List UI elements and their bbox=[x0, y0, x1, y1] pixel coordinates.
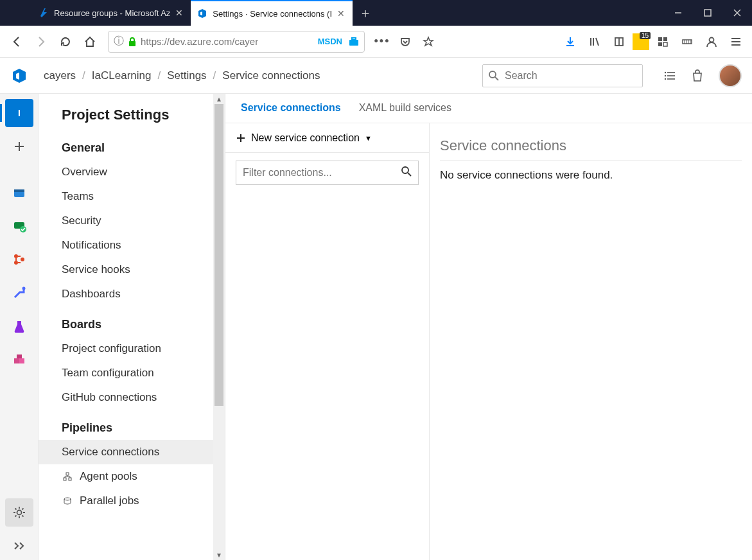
svg-point-39 bbox=[14, 261, 18, 265]
breadcrumb-separator: / bbox=[157, 69, 161, 82]
ruler-button[interactable] bbox=[676, 31, 698, 53]
scroll-down-icon[interactable]: ▾ bbox=[214, 550, 223, 560]
rail-project[interactable]: I bbox=[5, 99, 33, 127]
scroll-up-icon[interactable]: ▴ bbox=[214, 94, 223, 104]
list-icon[interactable] bbox=[663, 69, 676, 82]
svg-point-29 bbox=[665, 78, 666, 79]
rail-artifacts[interactable] bbox=[5, 346, 33, 374]
svg-rect-44 bbox=[17, 354, 22, 358]
section-general: General bbox=[62, 141, 207, 155]
url-input[interactable] bbox=[141, 36, 314, 47]
rail-testplans[interactable] bbox=[5, 312, 33, 340]
link-overview[interactable]: Overview bbox=[62, 160, 207, 184]
browser-tab-0[interactable]: Resource groups - Microsoft Az ✕ bbox=[32, 0, 191, 26]
breadcrumb-org[interactable]: cayers bbox=[44, 69, 76, 82]
bookmark-star-button[interactable] bbox=[417, 31, 439, 53]
breadcrumb-project[interactable]: IaCLearning bbox=[92, 69, 152, 82]
reload-button[interactable] bbox=[54, 30, 77, 53]
rail-repos[interactable] bbox=[5, 245, 33, 274]
scrollbar-thumb[interactable] bbox=[214, 104, 223, 406]
link-github[interactable]: GitHub connections bbox=[62, 385, 207, 410]
link-parallel-jobs[interactable]: Parallel jobs bbox=[62, 489, 207, 513]
section-pipelines: Pipelines bbox=[62, 421, 207, 435]
close-icon[interactable]: ✕ bbox=[174, 8, 184, 18]
new-service-connection-button[interactable]: New service connection ▼ bbox=[225, 123, 429, 153]
svg-rect-6 bbox=[352, 38, 356, 40]
svg-text:I: I bbox=[18, 108, 21, 118]
rail-pipelines[interactable] bbox=[5, 279, 33, 307]
detail-title: Service connections bbox=[440, 137, 742, 161]
reader-button[interactable] bbox=[608, 31, 630, 53]
svg-point-38 bbox=[14, 254, 18, 258]
link-service-hooks[interactable]: Service hooks bbox=[62, 258, 207, 282]
svg-point-40 bbox=[21, 258, 24, 261]
addons-button[interactable] bbox=[652, 31, 674, 53]
window-maximize-button[interactable] bbox=[693, 0, 722, 26]
svg-line-53 bbox=[408, 173, 411, 176]
breadcrumb-separator: / bbox=[213, 69, 216, 82]
notes-button[interactable]: 15 bbox=[633, 33, 649, 50]
svg-rect-47 bbox=[64, 478, 66, 480]
account-button[interactable] bbox=[701, 31, 722, 53]
close-icon[interactable]: ✕ bbox=[336, 8, 346, 19]
link-service-connections[interactable]: Service connections bbox=[39, 440, 225, 464]
breadcrumb-settings[interactable]: Settings bbox=[167, 69, 206, 82]
svg-point-52 bbox=[402, 167, 408, 173]
svg-rect-4 bbox=[129, 41, 136, 46]
svg-point-27 bbox=[665, 71, 666, 73]
nav-rail: I bbox=[0, 94, 39, 560]
svg-point-49 bbox=[64, 498, 71, 500]
badge-count: 15 bbox=[640, 32, 651, 39]
sidebar-scrollbar[interactable]: ▴ ▾ bbox=[213, 94, 225, 560]
link-team-config[interactable]: Team configuration bbox=[62, 361, 207, 385]
rail-test[interactable] bbox=[5, 212, 33, 240]
rail-boards[interactable] bbox=[5, 179, 33, 207]
settings-title: Project Settings bbox=[62, 107, 207, 123]
svg-rect-35 bbox=[14, 189, 24, 192]
shopping-bag-icon[interactable] bbox=[692, 69, 703, 82]
home-button[interactable] bbox=[78, 30, 101, 53]
link-agent-pools[interactable]: Agent pools bbox=[62, 464, 207, 489]
search-input[interactable] bbox=[505, 70, 637, 82]
svg-point-22 bbox=[489, 71, 496, 78]
app-search[interactable] bbox=[482, 64, 643, 87]
briefcase-icon[interactable] bbox=[349, 37, 359, 46]
svg-point-45 bbox=[17, 511, 21, 515]
devops-favicon bbox=[197, 8, 207, 19]
svg-rect-12 bbox=[663, 42, 667, 46]
browser-titlebar: Resource groups - Microsoft Az ✕ Setting… bbox=[0, 0, 752, 26]
tab-service-connections[interactable]: Service connections bbox=[241, 102, 341, 115]
link-security[interactable]: Security bbox=[62, 209, 207, 233]
rail-expand[interactable] bbox=[5, 532, 33, 560]
info-icon[interactable]: ⓘ bbox=[114, 35, 124, 48]
forward-button[interactable] bbox=[30, 30, 53, 53]
library-button[interactable] bbox=[584, 31, 606, 53]
detail-pane: Service connections No service connectio… bbox=[430, 123, 752, 560]
back-button[interactable] bbox=[5, 30, 28, 53]
more-button[interactable]: ••• bbox=[371, 31, 393, 53]
hamburger-menu-button[interactable] bbox=[725, 31, 747, 53]
app-header: cayers / IaCLearning / Settings / Servic… bbox=[0, 58, 752, 94]
link-project-config[interactable]: Project configuration bbox=[62, 337, 207, 361]
window-minimize-button[interactable] bbox=[663, 0, 693, 26]
browser-tab-1[interactable]: Settings · Service connections (I ✕ bbox=[191, 0, 353, 26]
rail-add[interactable] bbox=[5, 132, 33, 161]
search-icon[interactable] bbox=[401, 166, 412, 177]
pocket-button[interactable] bbox=[394, 31, 416, 53]
filter-input[interactable] bbox=[236, 161, 419, 185]
svg-rect-43 bbox=[19, 358, 24, 363]
msdn-label[interactable]: MSDN bbox=[318, 37, 342, 46]
new-tab-button[interactable]: ＋ bbox=[353, 0, 378, 26]
link-notifications[interactable]: Notifications bbox=[62, 233, 207, 258]
devops-logo[interactable] bbox=[10, 67, 28, 85]
rail-settings[interactable] bbox=[5, 498, 33, 527]
url-bar[interactable]: ⓘ MSDN bbox=[108, 31, 365, 53]
downloads-button[interactable] bbox=[559, 31, 581, 53]
tab-xaml-build[interactable]: XAML build services bbox=[359, 102, 451, 115]
svg-line-23 bbox=[495, 77, 498, 80]
window-close-button[interactable] bbox=[722, 0, 752, 26]
user-avatar[interactable] bbox=[719, 64, 742, 87]
link-teams[interactable]: Teams bbox=[62, 184, 207, 209]
svg-rect-46 bbox=[66, 473, 69, 475]
link-dashboards[interactable]: Dashboards bbox=[62, 282, 207, 306]
